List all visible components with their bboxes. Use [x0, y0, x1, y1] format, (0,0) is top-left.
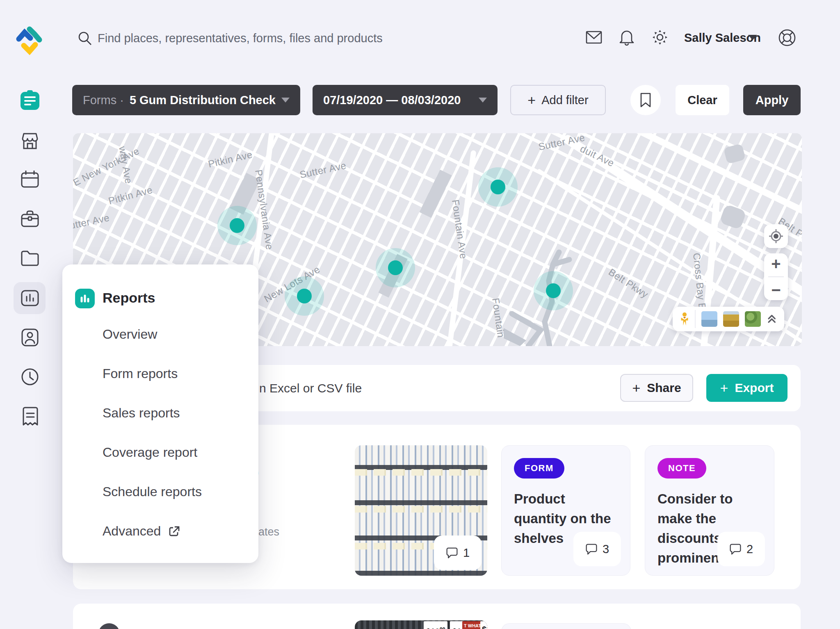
pegman-icon[interactable]: [680, 311, 689, 327]
map-place-marker[interactable]: [478, 167, 518, 207]
search-icon: [77, 30, 93, 46]
zoom-in-button[interactable]: +: [764, 255, 788, 272]
external-link-icon: [168, 525, 180, 538]
menu-item-sales-reports[interactable]: Sales reports: [103, 406, 180, 421]
map-place-marker[interactable]: [217, 206, 257, 245]
add-filter-label: Add filter: [541, 93, 588, 107]
add-filter-button[interactable]: + Add filter: [510, 85, 606, 115]
avatar: [98, 623, 120, 629]
export-hint-text: n Excel or CSV file: [259, 381, 362, 395]
share-button[interactable]: + Share: [620, 374, 693, 402]
sidebar-item-reports[interactable]: [21, 289, 39, 307]
mail-icon[interactable]: [586, 30, 602, 45]
app-root: Find places, representatives, forms, fil…: [0, 0, 840, 629]
comments-badge[interactable]: 3: [573, 532, 621, 566]
sidebar-item-files[interactable]: [21, 250, 39, 266]
forms-filter-dropdown[interactable]: Forms · 5 Gum Distribution Check...: [72, 85, 300, 115]
map-place-marker[interactable]: [285, 276, 324, 316]
note-result-card[interactable]: NOTE Consider to make the discounts more…: [645, 445, 774, 576]
comment-bubble-icon: [446, 547, 458, 559]
zoom-out-button[interactable]: −: [764, 282, 788, 298]
sidebar-item-forms[interactable]: [21, 90, 39, 112]
menu-item-overview[interactable]: Overview: [103, 327, 157, 342]
global-search-input[interactable]: Find places, representatives, forms, fil…: [98, 32, 467, 45]
forms-filter-prefix: Forms ·: [83, 93, 124, 107]
note-badge: NOTE: [657, 458, 706, 479]
comment-bubble-icon: [585, 543, 598, 555]
basemap-selector: [673, 307, 784, 331]
comment-count: 1: [463, 546, 470, 560]
settings-gear-icon[interactable]: [651, 29, 669, 46]
comments-badge[interactable]: 2: [717, 532, 765, 566]
form-badge: FORM: [514, 458, 564, 479]
basemap-thumb-greenery[interactable]: [745, 311, 761, 327]
visit-photo-card[interactable]: 1: [355, 445, 487, 576]
sidebar: [0, 0, 59, 629]
form-result-card[interactable]: FORM Product quantity on the shelves 3: [501, 445, 630, 576]
map-zoom-control: + −: [764, 253, 788, 300]
sidebar-item-jobs[interactable]: [21, 210, 39, 228]
menu-item-schedule-reports[interactable]: Schedule reports: [103, 484, 202, 499]
comment-bubble-icon: [729, 543, 742, 555]
help-lifebuoy-icon[interactable]: [778, 28, 797, 47]
basemap-thumb-satellite[interactable]: [701, 311, 717, 327]
sidebar-item-history[interactable]: [21, 367, 39, 386]
forms-filter-value: 5 Gum Distribution Check...: [130, 93, 276, 107]
menu-item-advanced[interactable]: Advanced: [103, 524, 180, 539]
form-result-card[interactable]: [501, 623, 631, 629]
notifications-bell-icon[interactable]: [619, 29, 635, 46]
chevron-down-icon: [479, 98, 487, 103]
menu-item-form-reports[interactable]: Form reports: [103, 366, 178, 381]
promo-tag: T WHATEEDS: [462, 621, 483, 629]
sidebar-item-places[interactable]: [21, 132, 39, 150]
visit-photo-card[interactable]: $1099 $1399 T WHATEEDS $1: [355, 620, 487, 629]
collapse-chevrons-icon[interactable]: [767, 313, 777, 325]
map-place-marker[interactable]: [376, 248, 415, 287]
date-range-dropdown[interactable]: 07/19/2020 — 08/03/2020: [313, 85, 498, 115]
reports-menu-title: Reports: [103, 290, 155, 306]
locate-icon: [769, 229, 783, 243]
bookmark-icon: [640, 93, 651, 107]
menu-item-coverage-report[interactable]: Coverage report: [103, 445, 197, 460]
comments-badge[interactable]: 1: [434, 536, 482, 570]
reports-menu-icon: [75, 289, 95, 308]
results-row: $1099 $1399 T WHATEEDS $1: [73, 604, 801, 629]
save-filter-bookmark-button[interactable]: [630, 85, 661, 115]
menu-item-advanced-label: Advanced: [103, 524, 161, 539]
price-tag: $1099: [424, 621, 447, 629]
comment-count: 2: [746, 542, 753, 556]
export-button[interactable]: + Export: [706, 374, 788, 402]
sidebar-item-representatives[interactable]: [21, 328, 39, 346]
user-menu-caret-icon[interactable]: [748, 35, 757, 40]
clear-button[interactable]: Clear: [676, 85, 729, 115]
hidden-text-fragment: ates: [258, 526, 279, 538]
comment-count: 3: [603, 542, 609, 556]
sidebar-item-notes[interactable]: [21, 407, 39, 426]
reports-flyout-menu: Reports Overview Form reports Sales repo…: [62, 264, 258, 563]
date-range-value: 07/19/2020 — 08/03/2020: [323, 93, 461, 107]
share-label: Share: [647, 381, 681, 395]
chevron-down-icon: [281, 98, 290, 103]
sidebar-item-schedule[interactable]: [21, 170, 39, 188]
basemap-thumb-terrain[interactable]: [723, 311, 739, 327]
map-place-marker[interactable]: [534, 271, 573, 310]
price-tag: $1: [480, 621, 487, 629]
apply-button[interactable]: Apply: [743, 85, 801, 115]
locate-me-button[interactable]: [764, 224, 788, 248]
export-label: Export: [735, 381, 774, 395]
